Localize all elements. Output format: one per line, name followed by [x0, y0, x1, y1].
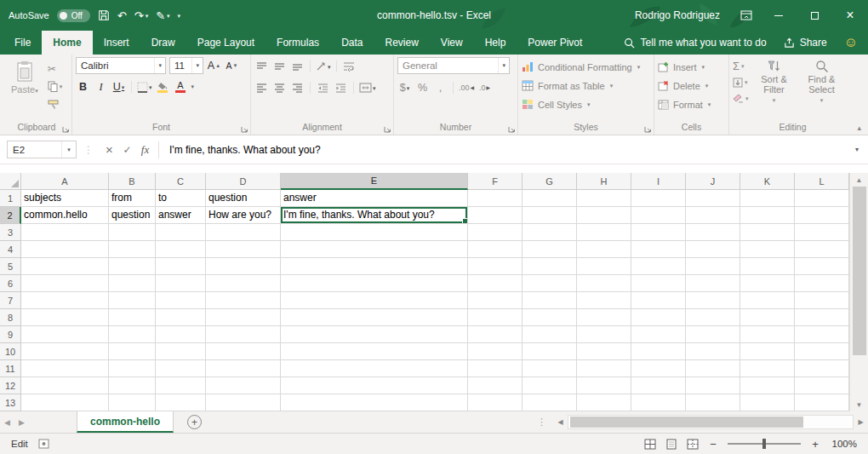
sheet-nav-left[interactable]: ◀ — [0, 418, 14, 427]
cell-L12[interactable] — [795, 377, 849, 394]
cell-A5[interactable] — [21, 258, 109, 275]
cell-H3[interactable] — [577, 224, 631, 241]
decrease-decimal-button[interactable]: .0▶ — [477, 80, 492, 95]
cell-B2[interactable]: question — [109, 207, 156, 224]
cell-B11[interactable] — [109, 360, 156, 377]
align-left-button[interactable] — [254, 80, 269, 95]
cell-E9[interactable] — [281, 326, 468, 343]
cell-H4[interactable] — [577, 241, 631, 258]
tab-power-pivot[interactable]: Power Pivot — [517, 31, 593, 55]
cell-G3[interactable] — [523, 224, 577, 241]
tab-home[interactable]: Home — [42, 31, 92, 55]
tab-data[interactable]: Data — [330, 31, 374, 55]
cell-K8[interactable] — [740, 309, 795, 326]
cell-B4[interactable] — [109, 241, 156, 258]
horizontal-scroll-thumb[interactable] — [570, 417, 803, 428]
undo-button[interactable]: ↶ — [117, 10, 127, 21]
decrease-indent-button[interactable] — [316, 80, 330, 95]
cell-J5[interactable] — [686, 258, 740, 275]
cell-B7[interactable] — [109, 292, 156, 309]
borders-button[interactable]: ▾ — [137, 79, 152, 95]
zoom-in-button[interactable]: + — [810, 438, 820, 451]
cell-D2[interactable]: How are you? — [206, 207, 281, 224]
cell-I4[interactable] — [631, 241, 686, 258]
cell-C11[interactable] — [156, 360, 206, 377]
cell-F10[interactable] — [468, 343, 523, 360]
horizontal-scrollbar[interactable]: ◀ ▶ — [553, 411, 868, 433]
cell-J10[interactable] — [686, 343, 740, 360]
cell-B1[interactable]: from — [109, 190, 156, 207]
cell-H9[interactable] — [577, 326, 631, 343]
cell-B10[interactable] — [109, 343, 156, 360]
zoom-slider-thumb[interactable] — [762, 439, 766, 449]
cell-F1[interactable] — [468, 190, 523, 207]
insert-cells-button[interactable]: Insert▾ — [658, 58, 725, 76]
zoom-slider[interactable] — [728, 443, 801, 445]
grow-font-button[interactable]: A▲ — [207, 58, 221, 73]
cell-H7[interactable] — [577, 292, 631, 309]
cell-G7[interactable] — [523, 292, 577, 309]
cell-F5[interactable] — [468, 258, 523, 275]
format-painter-button[interactable] — [48, 98, 63, 111]
cell-A8[interactable] — [21, 309, 109, 326]
cell-E12[interactable] — [281, 377, 468, 394]
align-bottom-button[interactable] — [290, 59, 305, 74]
cell-H8[interactable] — [577, 309, 631, 326]
name-box[interactable]: E2 ▾ — [7, 141, 77, 158]
pen-tool-button[interactable]: ✎▾ — [156, 10, 169, 21]
cell-I1[interactable] — [631, 190, 686, 207]
cell-L1[interactable] — [795, 190, 849, 207]
comma-style-button[interactable]: , — [433, 80, 448, 95]
cell-H11[interactable] — [577, 360, 631, 377]
cell-H12[interactable] — [577, 377, 631, 394]
cell-C5[interactable] — [156, 258, 206, 275]
cell-J11[interactable] — [686, 360, 740, 377]
cell-A12[interactable] — [21, 377, 109, 394]
format-as-table-button[interactable]: Format as Table▾ — [522, 77, 650, 95]
align-top-button[interactable] — [254, 59, 269, 74]
maximize-button[interactable] — [797, 0, 832, 31]
cell-L3[interactable] — [795, 224, 849, 241]
share-button[interactable]: Share — [784, 37, 827, 49]
scroll-up-arrow[interactable]: ▲ — [850, 173, 868, 187]
cell-F2[interactable] — [468, 207, 523, 224]
cell-styles-button[interactable]: Cell Styles▾ — [522, 95, 650, 113]
row-header-10[interactable]: 10 — [0, 343, 21, 360]
close-button[interactable]: × — [832, 0, 868, 31]
cell-F7[interactable] — [468, 292, 523, 309]
cell-D6[interactable] — [206, 275, 281, 292]
cut-button[interactable]: ✂ — [48, 62, 63, 75]
cell-F8[interactable] — [468, 309, 523, 326]
save-button[interactable] — [98, 9, 110, 21]
cancel-entry-button[interactable]: × — [100, 141, 118, 158]
sheet-tab-common-hello[interactable]: common-hello — [77, 411, 174, 433]
column-header-F[interactable]: F — [468, 173, 523, 190]
cell-A9[interactable] — [21, 326, 109, 343]
cell-G10[interactable] — [523, 343, 577, 360]
insert-function-button[interactable]: fx — [136, 141, 154, 158]
sheet-nav-right[interactable]: ▶ — [14, 418, 29, 427]
cell-D4[interactable] — [206, 241, 281, 258]
find-select-button[interactable]: Find & Select ▾ — [800, 57, 844, 121]
cell-D8[interactable] — [206, 309, 281, 326]
cell-E1[interactable]: answer — [281, 190, 468, 207]
cell-C6[interactable] — [156, 275, 206, 292]
cell-K7[interactable] — [740, 292, 795, 309]
cell-E3[interactable] — [281, 224, 468, 241]
tab-scroll-divider[interactable]: ⋮ — [537, 417, 546, 428]
vertical-scrollbar[interactable]: ▲ ▼ — [849, 173, 868, 411]
fill-button[interactable]: ▾ — [733, 76, 749, 89]
cell-D13[interactable] — [206, 394, 281, 411]
row-header-5[interactable]: 5 — [0, 258, 21, 275]
cell-K5[interactable] — [740, 258, 795, 275]
cell-G5[interactable] — [523, 258, 577, 275]
select-all-corner[interactable] — [0, 173, 21, 190]
cell-J1[interactable] — [686, 190, 740, 207]
row-header-2[interactable]: 2 — [0, 207, 21, 224]
cell-I3[interactable] — [631, 224, 686, 241]
copy-button[interactable]: ▾ — [48, 80, 63, 93]
cell-F9[interactable] — [468, 326, 523, 343]
cell-B12[interactable] — [109, 377, 156, 394]
shrink-font-button[interactable]: A▼ — [225, 58, 239, 73]
column-header-J[interactable]: J — [686, 173, 740, 190]
